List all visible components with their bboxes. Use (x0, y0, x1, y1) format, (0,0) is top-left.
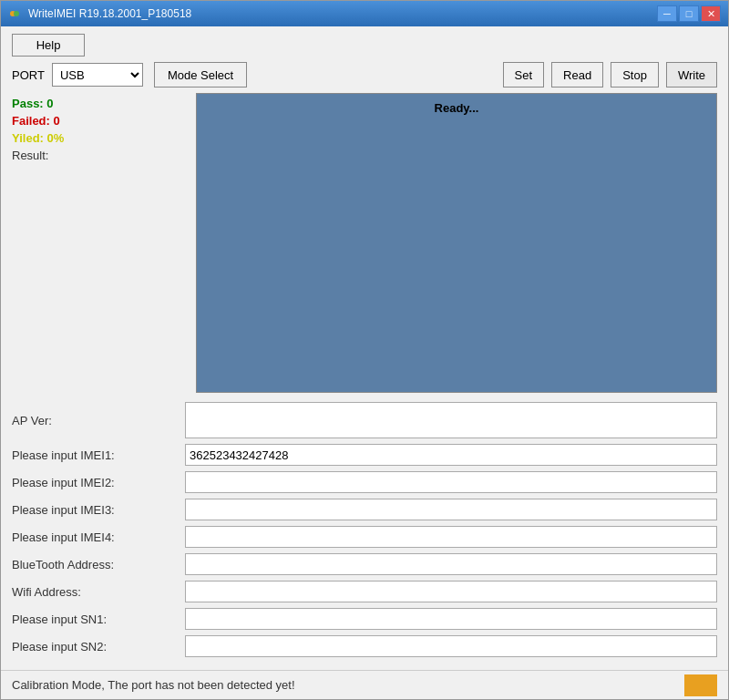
status-area: Pass: 0 Failed: 0 Yiled: 0% Result: Read… (12, 93, 717, 393)
pass-label: Pass: (12, 97, 44, 110)
sn1-row: Please input SN1: (12, 608, 717, 630)
imei2-input[interactable] (185, 471, 717, 493)
result-stat: Result: (12, 149, 185, 162)
port-row: PORT USB COM1 COM2 COM3 Mode Select Set … (12, 62, 717, 88)
imei3-row: Please input IMEI3: (12, 499, 717, 520)
set-button[interactable]: Set (503, 62, 545, 88)
main-form: AP Ver: Please input IMEI1: Please input… (12, 402, 717, 663)
status-indicator (684, 674, 717, 696)
wifi-label: Wifi Address: (12, 585, 185, 599)
sn2-label: Please input SN2: (12, 640, 185, 654)
sn2-row: Please input SN2: (12, 635, 717, 657)
status-display: Ready... (196, 93, 717, 393)
yield-label: Yiled: (12, 131, 44, 145)
imei1-input[interactable] (185, 444, 717, 466)
imei4-row: Please input IMEI4: (12, 526, 717, 548)
display-text: Ready... (435, 101, 479, 115)
imei3-input[interactable] (185, 499, 717, 520)
sn2-input[interactable] (185, 635, 717, 657)
failed-value: 0 (54, 114, 60, 128)
imei2-row: Please input IMEI2: (12, 471, 717, 493)
imei4-input[interactable] (185, 526, 717, 548)
main-window: WriteIMEI R19.18.2001_P180518 ─ □ ✕ Help… (0, 0, 729, 700)
status-bar-text: Calibration Mode, The port has not been … (12, 678, 295, 692)
stop-button[interactable]: Stop (611, 62, 659, 88)
stats-panel: Pass: 0 Failed: 0 Yiled: 0% Result: (12, 93, 185, 393)
svg-point-1 (14, 11, 19, 16)
mode-select-button[interactable]: Mode Select (154, 62, 247, 88)
status-bar: Calibration Mode, The port has not been … (1, 670, 728, 699)
minimize-button[interactable]: ─ (657, 5, 677, 22)
sn1-label: Please input SN1: (12, 612, 185, 626)
read-button[interactable]: Read (551, 62, 603, 88)
help-row: Help (12, 34, 717, 57)
write-button[interactable]: Write (666, 62, 717, 88)
port-label: PORT (12, 68, 45, 82)
yield-stat: Yiled: 0% (12, 131, 185, 145)
port-select[interactable]: USB COM1 COM2 COM3 (52, 63, 143, 87)
help-button[interactable]: Help (12, 34, 85, 57)
content-area: Help PORT USB COM1 COM2 COM3 Mode Select… (1, 26, 728, 670)
title-bar: WriteIMEI R19.18.2001_P180518 ─ □ ✕ (1, 1, 728, 26)
maximize-button[interactable]: □ (679, 5, 699, 22)
failed-label: Failed: (12, 114, 50, 128)
imei4-label: Please input IMEI4: (12, 530, 185, 544)
ap-ver-row: AP Ver: (12, 402, 717, 438)
sn1-input[interactable] (185, 608, 717, 630)
pass-stat: Pass: 0 (12, 97, 185, 110)
ap-ver-input[interactable] (185, 402, 717, 438)
window-title: WriteIMEI R19.18.2001_P180518 (28, 7, 191, 20)
pass-value: 0 (46, 97, 53, 110)
imei1-label: Please input IMEI1: (12, 448, 185, 462)
ap-ver-label: AP Ver: (12, 414, 185, 427)
failed-stat: Failed: 0 (12, 114, 185, 128)
window-controls: ─ □ ✕ (657, 5, 721, 22)
wifi-row: Wifi Address: (12, 581, 717, 602)
imei3-label: Please input IMEI3: (12, 503, 185, 517)
imei2-label: Please input IMEI2: (12, 476, 185, 489)
imei1-row: Please input IMEI1: (12, 444, 717, 466)
yield-value: 0% (47, 131, 65, 145)
close-button[interactable]: ✕ (701, 5, 721, 22)
wifi-input[interactable] (185, 581, 717, 602)
bt-row: BlueTooth Address: (12, 553, 717, 575)
bt-label: BlueTooth Address: (12, 558, 185, 571)
title-bar-left: WriteIMEI R19.18.2001_P180518 (8, 6, 191, 21)
result-label: Result: (12, 149, 48, 162)
app-icon (8, 6, 23, 21)
bt-input[interactable] (185, 553, 717, 575)
